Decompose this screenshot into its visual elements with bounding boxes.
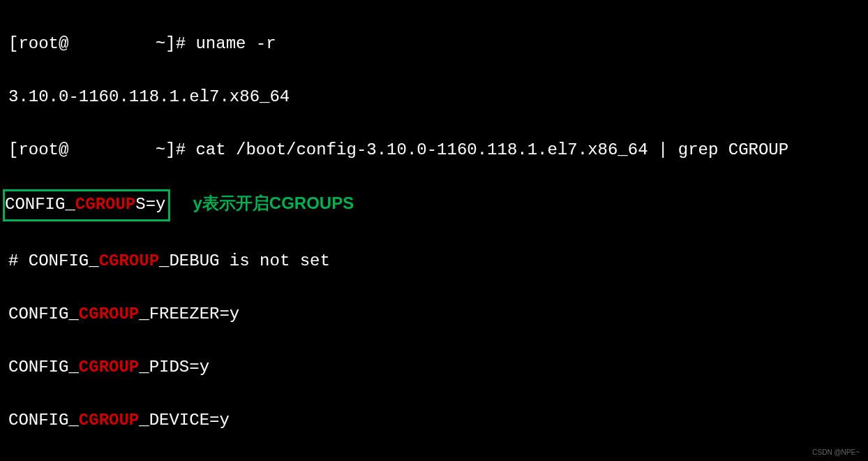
prompt-prefix: [root@ <box>8 140 68 159</box>
redacted-hostname <box>68 34 145 52</box>
prompt-line-2: [root@ ~]# cat /boot/config-3.10.0-1160.… <box>8 137 860 163</box>
grep-match: CGROUP <box>99 251 159 270</box>
command-1: uname -r <box>195 34 276 53</box>
grep-match: CGROUP <box>79 411 139 430</box>
grep-match: CGROUP <box>79 305 139 323</box>
highlight-box: CONFIG_CGROUPS=y <box>3 189 170 221</box>
prompt-suffix: ~]# <box>145 140 195 159</box>
terminal-output: [root@ ~]# uname -r 3.10.0-1160.118.1.el… <box>0 0 868 461</box>
grep-match: CGROUP <box>79 358 139 376</box>
prompt-suffix: ~]# <box>145 34 195 53</box>
output-line: CONFIG_CGROUP_PIDS=y <box>8 354 860 381</box>
prompt-line-1: [root@ ~]# uname -r <box>8 31 860 57</box>
annotation-text: y表示开启CGROUPS <box>193 190 354 217</box>
redacted-hostname <box>68 139 145 157</box>
output-line-cgroups: CONFIG_CGROUPS=yy表示开启CGROUPS <box>8 189 860 221</box>
output-line: CONFIG_CGROUP_FREEZER=y <box>8 301 860 328</box>
output-line: # CONFIG_CGROUP_DEBUG is not set <box>8 248 860 275</box>
output-kernel-version: 3.10.0-1160.118.1.el7.x86_64 <box>8 84 860 110</box>
grep-match: CGROUP <box>75 195 135 214</box>
prompt-prefix: [root@ <box>8 34 68 53</box>
watermark-text: CSDN @NPE~ <box>812 447 860 458</box>
command-2: cat /boot/config-3.10.0-1160.118.1.el7.x… <box>195 140 788 159</box>
output-line: CONFIG_CGROUP_DEVICE=y <box>8 407 860 434</box>
